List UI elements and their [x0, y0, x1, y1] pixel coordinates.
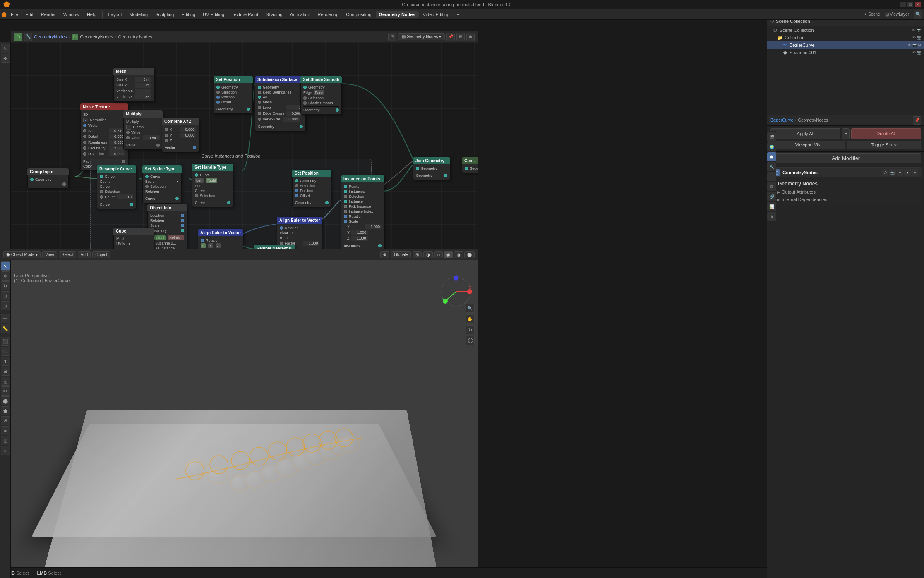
prop-tab-particles[interactable]: · — [767, 172, 776, 181]
tool-smooth[interactable]: ≈ — [1, 426, 10, 435]
prop-tab-physics[interactable]: ⚙ — [767, 182, 776, 191]
viewport-overlay-btn[interactable]: ⊞ — [413, 251, 422, 258]
bc-extra[interactable]: ⊟ — [918, 43, 921, 47]
props-bc-geonodes[interactable]: GeometryNodes — [798, 118, 828, 122]
prop-tab-scene[interactable]: 🎬 — [767, 132, 776, 142]
menu-layout[interactable]: Layout — [105, 11, 125, 18]
close-button[interactable]: ✕ — [915, 2, 921, 7]
menu-shading[interactable]: Shading — [262, 11, 286, 18]
node-align-euler-1[interactable]: Align Euler to Vector Rotation A Y Z Piv… — [198, 229, 243, 249]
node-mesh[interactable]: Mesh Size X5 m Size Y5 m Vertices X35 Ve… — [113, 68, 154, 102]
prop-tab-constraints[interactable]: 🔗 — [767, 192, 776, 201]
tool-rotate[interactable]: ↻ — [1, 281, 10, 290]
menu-edit[interactable]: Edit — [22, 11, 37, 18]
viewport-object-menu[interactable]: Object — [92, 251, 110, 258]
delete-all-button[interactable]: Delete All — [851, 128, 921, 139]
menu-uv-editing[interactable]: UV Editing — [199, 11, 228, 18]
props-pin-btn[interactable]: 📌 — [913, 116, 921, 125]
prop-tab-data[interactable]: 📊 — [767, 202, 776, 211]
node-instance-on-points[interactable]: Instance on Points Points Instances Sele… — [341, 175, 384, 249]
node-group-input[interactable]: Group Input Geometry — [27, 168, 69, 188]
tool-knife[interactable]: ✂ — [1, 386, 10, 396]
rendered-shading[interactable]: ⬤ — [464, 251, 475, 258]
outliner-collection[interactable]: 📁 Collection 👁 📷 — [767, 34, 924, 41]
node-combine-xyz[interactable]: Combine XYZ X0.000 Y0.000 Z Vector — [162, 118, 199, 152]
coll-visibility[interactable]: 👁 — [912, 36, 916, 40]
apply-all-close[interactable]: ✕ — [842, 128, 850, 139]
ne-tool-move[interactable]: ✥ — [1, 54, 10, 63]
node-multiply[interactable]: Multiply Multiply Clamp Value Value0.841… — [123, 110, 163, 150]
bc-render[interactable]: 📷 — [912, 43, 917, 47]
outliner-bezier-curve[interactable]: 〜 BezierCurve 👁 📷 ⊟ — [767, 41, 924, 49]
menu-geometry-nodes[interactable]: Geometry Nodes — [376, 11, 419, 18]
menu-video-editing[interactable]: Video Editing — [420, 11, 453, 18]
node-sample-nearest[interactable]: Sample Nearest B. Value Mesh Value Sampl… — [254, 245, 295, 249]
mod-render-btn[interactable]: 📷 — [889, 169, 896, 176]
menu-add-workspace[interactable]: + — [454, 11, 463, 18]
material-shading[interactable]: ◑ — [454, 251, 463, 258]
node-set-handle-type[interactable]: Set Handle Type Curve Left Right Auto Cu… — [192, 164, 233, 207]
tool-annotate[interactable]: ✏ — [1, 314, 10, 323]
apply-all-button[interactable]: Apply All — [770, 128, 840, 139]
ne-overlay-button[interactable]: ⊞ — [456, 33, 465, 41]
node-join-geometry[interactable]: Join Geometry Geometry Geometry — [413, 157, 450, 180]
viewport-add-menu[interactable]: Add — [78, 251, 91, 258]
toggle-stack-button[interactable]: Toggle Stack — [847, 141, 921, 149]
node-output[interactable]: Geo... Geometry — [462, 157, 478, 173]
menu-animation[interactable]: Animation — [287, 11, 314, 18]
output-attributes-row[interactable]: ▶ Output Attributes — [773, 188, 918, 196]
modifier-card-header[interactable]: ⬡ GeometryNodes ⬡ 📷 ✏ ▾ ✕ — [770, 168, 922, 177]
suz-render[interactable]: 📷 — [917, 50, 921, 55]
tool-add-cube[interactable]: ⬛ — [1, 337, 10, 346]
render-icon[interactable]: 📷 — [917, 28, 921, 32]
outliner-scene-collection[interactable]: ⬡ Scene Collection 👁 📷 — [767, 26, 924, 34]
node-set-position-2[interactable]: Set Position Geometry Selection Position… — [292, 170, 331, 207]
orbit-view[interactable]: ↻ — [466, 325, 475, 334]
add-modifier-button[interactable]: Add Modifier — [770, 153, 921, 163]
wireframe-shading[interactable]: □ — [434, 251, 443, 258]
menu-rendering[interactable]: Rendering — [314, 11, 342, 18]
menu-compositing[interactable]: Compositing — [343, 11, 374, 18]
fullscreen-view[interactable]: ⛶ — [466, 336, 475, 345]
tool-extrude[interactable]: ⬆ — [1, 357, 10, 366]
viewport-global-local[interactable]: Global▾ — [391, 251, 411, 258]
tool-bisect[interactable]: ⬤ — [1, 396, 10, 405]
bc-visibility[interactable]: 👁 — [908, 43, 912, 47]
menu-editing[interactable]: Editing — [178, 11, 199, 18]
ne-zoom-button[interactable]: ⊕ — [466, 33, 475, 41]
ne-view-button[interactable]: ⊡ — [388, 33, 396, 41]
menu-help[interactable]: Help — [84, 11, 100, 18]
solid-shading[interactable]: ◉ — [444, 251, 453, 258]
prop-tab-world[interactable]: 🌍 — [767, 142, 776, 151]
tool-add-primitive[interactable]: ⬡ — [1, 347, 10, 356]
pan-view[interactable]: ✋ — [466, 314, 475, 324]
node-subdivision[interactable]: Subdivision Surface Geometry Keep Bounda… — [255, 76, 306, 131]
tool-to-sphere[interactable]: ○ — [1, 446, 10, 455]
props-bc-bezier[interactable]: BezierCurve — [770, 118, 793, 122]
viewport-transform-select[interactable]: ✥ — [380, 251, 389, 258]
mod-realtime-btn[interactable]: ⬡ — [882, 169, 888, 176]
viewport-mode-select[interactable]: ⬟ Object Mode ▾ — [3, 251, 41, 258]
ne-mode-dropdown[interactable]: ▤ Geometry Nodes ▾ — [398, 33, 445, 40]
ne-tool-select[interactable]: ↖ — [1, 44, 10, 53]
coll-render[interactable]: 📷 — [917, 36, 921, 40]
outliner-suzanne[interactable]: ⬟ Suzanne.001 👁 📷 — [767, 49, 924, 56]
node-cube[interactable]: Cube Mesh UV Map Size X0.3 m Y0.3 m Z0.3… — [113, 228, 154, 249]
node-resample-curve[interactable]: Resample Curve Curve Count Curve Selecti… — [97, 165, 136, 209]
viewport-shading-btn[interactable]: ◑ — [423, 251, 433, 258]
menu-render[interactable]: Render — [38, 11, 59, 18]
menu-window[interactable]: Window — [60, 11, 83, 18]
node-editor-canvas[interactable]: Group Input Geometry Noise Texture 3D No… — [11, 42, 478, 249]
tool-move[interactable]: ✥ — [1, 271, 10, 281]
node-set-spline-type[interactable]: Set Spline Type Curve Bezier▾ Selection … — [142, 165, 182, 203]
menu-modeling[interactable]: Modeling — [126, 11, 151, 18]
menu-texture-paint[interactable]: Texture Paint — [228, 11, 262, 18]
mod-expand-btn[interactable]: ▾ — [904, 169, 911, 176]
viewport-select-menu[interactable]: Select — [59, 251, 76, 258]
mod-editmode-btn[interactable]: ✏ — [897, 169, 903, 176]
prop-tab-material[interactable]: ◑ — [767, 212, 776, 221]
viewport-vis-button[interactable]: Viewport Vis — [770, 141, 845, 149]
search-button[interactable]: 🔍 — [914, 10, 922, 19]
visibility-icon[interactable]: 👁 — [912, 28, 916, 32]
maximize-button[interactable]: □ — [907, 2, 913, 7]
